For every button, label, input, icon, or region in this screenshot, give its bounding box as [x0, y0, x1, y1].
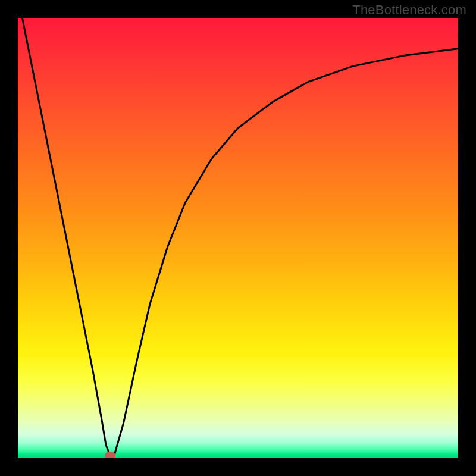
- data-marker: [105, 452, 115, 458]
- plot-area: [18, 18, 458, 458]
- curve-svg: [18, 18, 458, 458]
- watermark-text: TheBottleneck.com: [352, 2, 466, 18]
- curve-line: [22, 18, 458, 456]
- chart-frame: TheBottleneck.com: [0, 0, 476, 476]
